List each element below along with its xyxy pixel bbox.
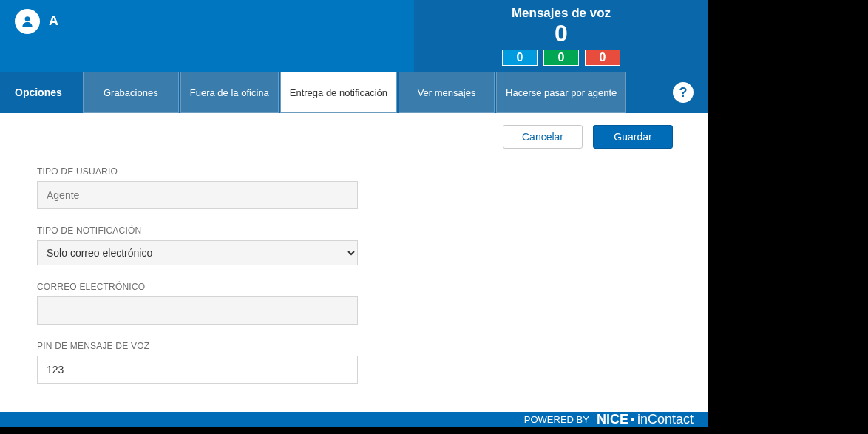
pin-group: PIN DE MENSAJE DE VOZ [37,341,358,384]
brand-nice: NICE [597,412,628,427]
powered-by-label: POWERED BY [524,414,589,425]
notification-type-label: TIPO DE NOTIFICACIÓN [37,226,358,236]
action-row: Cancelar Guardar [37,125,679,149]
user-type-field [37,181,358,209]
avatar[interactable] [15,9,40,34]
email-label: CORREO ELECTRÓNICO [37,282,358,292]
user-label: A [49,13,58,29]
brand-dot-icon [631,418,634,421]
notification-type-group: TIPO DE NOTIFICACIÓN Solo correo electró… [37,226,358,265]
brand-in: in [637,412,648,427]
email-field[interactable] [37,296,358,325]
badge-red[interactable]: 0 [585,50,620,66]
user-type-label: TIPO DE USUARIO [37,166,358,177]
voicemail-badges: 0 0 0 [502,50,620,66]
user-type-group: TIPO DE USUARIO [37,166,358,209]
content: Cancelar Guardar TIPO DE USUARIO TIPO DE… [0,113,708,412]
brand-logo: NICE inContact [597,412,694,427]
badge-green[interactable]: 0 [543,50,579,66]
email-group: CORREO ELECTRÓNICO [37,282,358,325]
pin-label: PIN DE MENSAJE DE VOZ [37,341,358,351]
help-button[interactable]: ? [673,82,694,103]
save-button[interactable]: Guardar [593,125,673,149]
voicemail-count: 0 [555,21,568,47]
header-right: Mensajes de voz 0 0 0 0 [414,0,708,72]
voicemail-title: Mensajes de voz [512,6,611,21]
svg-point-0 [25,16,30,21]
header: A Mensajes de voz 0 0 0 0 [0,0,708,72]
user-icon [20,14,35,29]
brand-contact: Contact [648,412,694,427]
tab-view-messages[interactable]: Ver mensajes [399,72,495,113]
tab-recordings[interactable]: Grabaciones [83,72,179,113]
footer: POWERED BY NICE inContact [0,412,708,427]
badge-blue[interactable]: 0 [502,50,538,66]
pin-field[interactable] [37,356,358,384]
tab-options[interactable]: Opciones [15,87,62,98]
tab-out-of-office[interactable]: Fuera de la oficina [180,72,279,113]
header-left: A [0,0,414,72]
notification-type-select[interactable]: Solo correo electrónico [37,240,358,265]
cancel-button[interactable]: Cancelar [503,125,583,149]
tabbar: Opciones Grabaciones Fuera de la oficina… [0,72,708,113]
tab-notification-delivery[interactable]: Entrega de notificación [280,72,397,113]
tab-impersonate-agent[interactable]: Hacerse pasar por agente [496,72,626,113]
app-root: A Mensajes de voz 0 0 0 0 Opciones Graba… [0,0,708,414]
